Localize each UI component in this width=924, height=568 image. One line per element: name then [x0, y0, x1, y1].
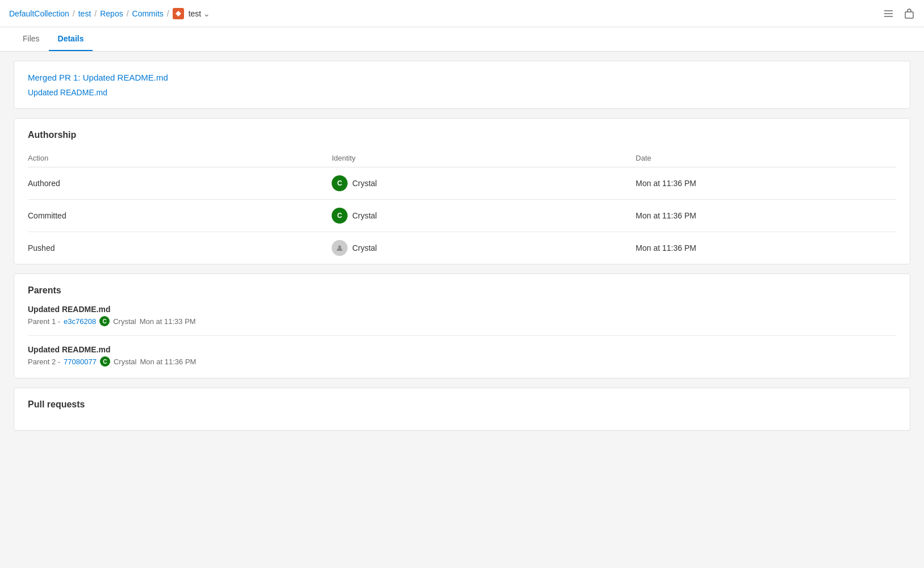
authorship-row: CommittedCCrystalMon at 11:36 PM — [28, 200, 896, 232]
authorship-identity: CCrystal — [332, 200, 635, 232]
authorship-date: Mon at 11:36 PM — [635, 167, 896, 200]
authorship-table: Action Identity Date AuthoredCCrystalMon… — [28, 149, 896, 264]
commit-title[interactable]: Merged PR 1: Updated README.md — [28, 73, 896, 82]
commit-subtitle[interactable]: Updated README.md — [28, 88, 896, 97]
authorship-row: Pushed CrystalMon at 11:36 PM — [28, 232, 896, 264]
breadcrumb-test[interactable]: test — [78, 9, 91, 18]
parent-author: Crystal — [113, 317, 136, 326]
parent-author: Crystal — [114, 357, 136, 366]
parent-item: Updated README.mdParent 1 -e3c76208CCrys… — [28, 305, 896, 326]
svg-rect-7 — [905, 12, 913, 18]
pull-requests-section-title: Pull requests — [28, 399, 896, 410]
authorship-date: Mon at 11:36 PM — [635, 232, 896, 264]
svg-point-4 — [884, 10, 885, 11]
parent-avatar: C — [99, 316, 110, 326]
breadcrumb-repo[interactable]: test ⌄ — [173, 8, 211, 19]
tabs-container: Files Details — [0, 27, 924, 52]
authorship-action: Committed — [28, 200, 332, 232]
col-header-action: Action — [28, 149, 332, 167]
avatar: C — [332, 175, 348, 191]
authorship-identity: CCrystal — [332, 167, 635, 200]
identity-name: Crystal — [352, 243, 377, 253]
parent-item: Updated README.mdParent 2 -77080077CCrys… — [28, 335, 896, 367]
col-header-identity: Identity — [332, 149, 635, 167]
main-content: Merged PR 1: Updated README.md Updated R… — [0, 52, 924, 449]
svg-point-8 — [338, 246, 341, 249]
breadcrumb-collection[interactable]: DefaultCollection — [9, 9, 69, 18]
identity-name: Crystal — [352, 211, 377, 220]
avatar — [332, 240, 348, 256]
parent-date: Mon at 11:33 PM — [140, 317, 196, 326]
breadcrumb-sep-3: / — [127, 9, 129, 18]
parent-label: Parent 2 - — [28, 357, 60, 366]
list-icon[interactable] — [883, 8, 894, 19]
pull-requests-card: Pull requests — [14, 388, 910, 431]
parent-avatar: C — [100, 356, 110, 367]
svg-marker-0 — [175, 11, 181, 16]
repo-diamond-icon — [173, 8, 184, 19]
parent-hash[interactable]: e3c76208 — [64, 317, 96, 326]
svg-point-5 — [884, 13, 885, 14]
breadcrumb-sep-4: / — [167, 9, 169, 18]
breadcrumb: DefaultCollection / test / Repos / Commi… — [9, 8, 210, 19]
commit-message-card: Merged PR 1: Updated README.md Updated R… — [14, 61, 910, 109]
parent-hash[interactable]: 77080077 — [64, 357, 97, 366]
tab-files[interactable]: Files — [14, 27, 49, 51]
parent-commit-title: Updated README.md — [28, 305, 896, 314]
parents-list: Updated README.mdParent 1 -e3c76208CCrys… — [28, 305, 896, 367]
breadcrumb-repo-name: test — [189, 9, 202, 18]
authorship-date: Mon at 11:36 PM — [635, 200, 896, 232]
tab-details[interactable]: Details — [49, 27, 93, 51]
repo-dropdown-arrow[interactable]: ⌄ — [203, 9, 210, 18]
breadcrumb-sep-2: / — [94, 9, 97, 18]
authorship-identity: Crystal — [332, 232, 635, 264]
parents-section-title: Parents — [28, 285, 896, 296]
breadcrumb-sep-1: / — [73, 9, 75, 18]
authorship-row: AuthoredCCrystalMon at 11:36 PM — [28, 167, 896, 200]
breadcrumb-commits[interactable]: Commits — [132, 9, 164, 18]
authorship-action: Pushed — [28, 232, 332, 264]
parent-date: Mon at 11:36 PM — [140, 357, 196, 366]
top-nav: DefaultCollection / test / Repos / Commi… — [0, 0, 924, 27]
avatar: C — [332, 208, 348, 224]
parent-meta: Parent 2 -77080077CCrystalMon at 11:36 P… — [28, 356, 896, 367]
parent-meta: Parent 1 -e3c76208CCrystalMon at 11:33 P… — [28, 316, 896, 326]
breadcrumb-repos[interactable]: Repos — [100, 9, 123, 18]
parents-card: Parents Updated README.mdParent 1 -e3c76… — [14, 274, 910, 378]
authorship-section-title: Authorship — [28, 130, 896, 140]
col-header-date: Date — [635, 149, 896, 167]
parent-commit-title: Updated README.md — [28, 345, 896, 354]
shopping-bag-icon[interactable] — [904, 8, 915, 19]
identity-name: Crystal — [352, 179, 377, 188]
nav-icons — [883, 8, 915, 19]
svg-point-6 — [884, 16, 885, 17]
authorship-card: Authorship Action Identity Date Authored… — [14, 118, 910, 264]
authorship-action: Authored — [28, 167, 332, 200]
parent-label: Parent 1 - — [28, 317, 60, 326]
